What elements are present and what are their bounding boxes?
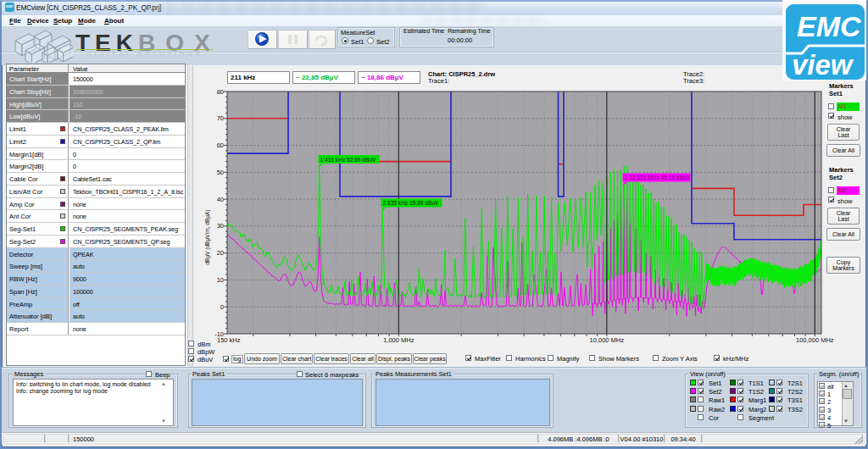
svg-text:80: 80	[217, 88, 224, 96]
svg-text:EMC: EMC	[797, 10, 861, 42]
svg-text:30: 30	[217, 222, 224, 230]
svg-text:10: 10	[217, 276, 224, 284]
svg-text:view: view	[792, 49, 854, 80]
svg-text:70: 70	[217, 114, 224, 122]
svg-text:40: 40	[217, 196, 224, 203]
svg-text:100,000 MHz: 100,000 MHz	[796, 336, 834, 344]
svg-text:10,000 MHz: 10,000 MHz	[590, 336, 625, 344]
svg-text:dBµV (dBµV/m, dBµA): dBµV (dBµV/m, dBµA)	[204, 209, 211, 264]
svg-text:1 416 kHz 52,69 dBuV: 1 416 kHz 52,69 dBuV	[320, 157, 377, 163]
svg-text:0: 0	[220, 303, 224, 311]
svg-text:150 kHz: 150 kHz	[217, 336, 241, 344]
svg-text:1 12,121 MHz 45,18 dBuV: 1 12,121 MHz 45,18 dBuV	[625, 175, 691, 180]
svg-text:50: 50	[217, 169, 224, 176]
svg-text:2 835 kHz 35,89 dBuV: 2 835 kHz 35,89 dBuV	[383, 200, 440, 206]
svg-text:1,000 MHz: 1,000 MHz	[383, 336, 415, 344]
svg-text:20: 20	[217, 249, 224, 257]
svg-text:60: 60	[217, 141, 224, 149]
